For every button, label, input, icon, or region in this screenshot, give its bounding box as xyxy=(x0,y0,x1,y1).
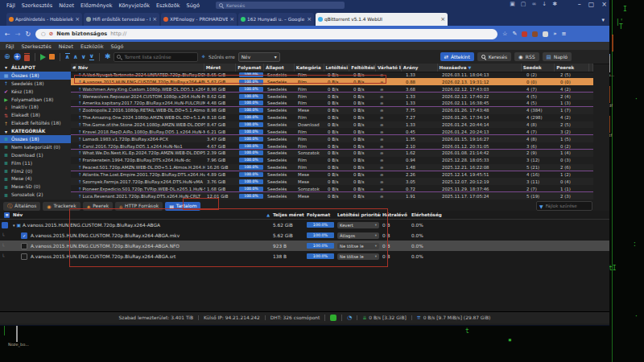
column-header[interactable]: Név▲ xyxy=(11,212,271,217)
qbt-menu-item[interactable]: Súgó xyxy=(111,43,124,49)
minimize-button[interactable]: – xyxy=(578,1,581,8)
file-checkbox[interactable] xyxy=(2,222,8,228)
file-checkbox[interactable]: ✓ xyxy=(21,232,27,239)
address-field[interactable]: ○ ⊘ Nem biztonságos http:// xyxy=(35,29,497,39)
sidebar-item[interactable]: ≣Film (11) xyxy=(0,159,71,167)
browser-menu-item[interactable]: Eszközök xyxy=(153,2,184,9)
sidebar-item[interactable]: ↓Inaktív (18) xyxy=(0,103,71,111)
torrent-filter-input[interactable]: Torrent lista szűrése xyxy=(114,52,198,62)
torrent-row[interactable]: ↑Peaced.S01.720p.AMZN.WEB-DL.DD+5.1.Atmo… xyxy=(71,164,593,171)
file-checkbox[interactable] xyxy=(21,253,27,260)
vpn-icon[interactable]: ∞ xyxy=(531,1,536,7)
browser-menu-item[interactable]: Fájl xyxy=(3,2,19,9)
close-button[interactable]: × xyxy=(601,1,607,8)
tab-close-icon[interactable]: × xyxy=(75,16,80,23)
desktop-icon[interactable]: Noze_bo... xyxy=(8,326,26,347)
bookmark-star-icon[interactable]: ☆ xyxy=(502,31,507,37)
sidebar-item[interactable]: ≣Mese (4) xyxy=(0,175,71,183)
torrent-row[interactable]: ↑Luca.Revenant.2021.720p.BluRay.DTS.x264… xyxy=(71,192,593,200)
priority-select[interactable]: Átlagos▾ xyxy=(337,232,379,239)
tab-close-icon[interactable]: × xyxy=(440,16,445,23)
browser-tab[interactable]: Apróhirdetés - Hobbielektronik× xyxy=(6,13,82,26)
menu-icon[interactable]: ≡ xyxy=(562,31,567,37)
priority-select[interactable]: Kevert▾ xyxy=(337,222,379,228)
browser-search[interactable]: Keresés xyxy=(216,2,345,9)
panel-tab-trackers[interactable]: ◉Trackerek xyxy=(43,202,80,211)
tab-close-icon[interactable]: × xyxy=(229,16,234,23)
column-header[interactable]: Letöltési sebe... xyxy=(324,64,350,72)
torrent-row[interactable]: ↑Pioneer.Expedicio.S01.720p.TVRip.WEB-DL… xyxy=(71,185,593,192)
torrent-row[interactable]: ↑Watchmen.Amy.King.Custom.1080p.WEB-DL.D… xyxy=(71,85,593,93)
column-header[interactable]: Méret xyxy=(204,64,237,72)
sidebar-item[interactable]: ≣Összes (18) xyxy=(0,135,71,143)
qbt-menu-item[interactable]: Nézet xyxy=(59,43,73,49)
options-gear-icon[interactable]: ✱ xyxy=(105,53,111,60)
pocket-icon[interactable]: ▣ xyxy=(510,1,515,7)
overflow-icon[interactable]: » xyxy=(553,31,556,37)
torrent-row[interactable]: ↑Atlantis.The.Lost.Empire.2001.720p.BluR… xyxy=(71,171,593,179)
resume-icon[interactable] xyxy=(40,54,46,60)
tab-close-icon[interactable]: × xyxy=(152,16,157,23)
filter-scope-icon[interactable]: ⌖ xyxy=(201,53,205,61)
sidebar-item[interactable]: ≣Sorozatok (2) xyxy=(0,191,71,199)
column-header[interactable]: Letöltési prioritás xyxy=(336,212,381,217)
column-header[interactable]: Állapot xyxy=(264,64,295,72)
sidebar-section-header[interactable]: ▾KATEGÓRIÁK xyxy=(0,127,71,135)
file-row[interactable]: └A.vanoss.2015.HUN.ENG.CUSTOM.720p.BluRa… xyxy=(0,251,609,261)
sidebar-item[interactable]: ≣Download (1) xyxy=(0,151,71,159)
move-down-icon[interactable]: ∨ xyxy=(81,54,86,60)
back-icon[interactable]: ← xyxy=(5,31,10,38)
torrent-row[interactable]: ↑Carol.2016.720p.BluRay.DD5.1.x264.HuN-N… xyxy=(71,142,593,150)
alt-speed-toggle[interactable]: ◔ xyxy=(341,315,357,321)
panel-tab-info[interactable]: ⓘÁltalános xyxy=(3,202,40,211)
forward-icon[interactable]: → xyxy=(15,31,21,38)
browser-menu-item[interactable]: Szerkesztés xyxy=(19,2,56,9)
browser-menu-item[interactable]: Súgó xyxy=(184,2,203,9)
adblock-icon[interactable] xyxy=(522,31,527,37)
container-icon[interactable]: ▢ xyxy=(521,1,526,7)
column-header[interactable]: Peerek xyxy=(555,64,589,72)
toolbar-button-keresés[interactable]: Keresés xyxy=(477,52,511,61)
tab-close-icon[interactable]: × xyxy=(307,16,312,23)
torrent-row[interactable]: ↑A.Vad.Nyugat.Tortenete.2024.UNRATED.720… xyxy=(71,72,593,79)
qbt-menu-item[interactable]: Fájl xyxy=(6,43,14,49)
sidebar-item[interactable]: ↑Seedelés (18) xyxy=(0,80,71,88)
torrent-row[interactable]: ↑Lamadi.1983.v1.720p.BluRay.x264-PCX3.47… xyxy=(71,135,593,142)
sidebar-item[interactable]: ⇅Elakadt (18) xyxy=(0,111,71,119)
toolbar-button-napló[interactable]: ▤Napló xyxy=(543,52,572,61)
site-info-icon[interactable]: ○ xyxy=(41,31,46,37)
toolbar-button-rss[interactable]: ◉RSS xyxy=(514,52,539,61)
file-filter-input[interactable]: ▼ Fájlok szűrése xyxy=(536,201,592,211)
extension-badge2-icon[interactable] xyxy=(543,31,548,37)
browser-menu-item[interactable]: Nézet xyxy=(56,2,77,9)
list-tabs-icon[interactable]: ▾ xyxy=(601,17,605,23)
toolbar-button-áttekint[interactable]: ⇄Áttekint xyxy=(440,52,474,61)
pause-icon[interactable] xyxy=(49,54,55,60)
qbt-menu-item[interactable]: Eszközök xyxy=(80,43,104,49)
torrent-row[interactable]: ↑Amerika.kapitany.2017.720p.BluRay.x264.… xyxy=(71,100,593,107)
torrent-row[interactable]: ↑Werewolves.Reposzar.2024.CUSTOM.1080p.x… xyxy=(71,93,593,100)
sidebar-item[interactable]: ≣Nem kategorizált (0) xyxy=(0,143,71,151)
tools-icon[interactable]: ✱ xyxy=(552,1,557,7)
torrent-row[interactable]: ↑Szornyek.Farmja.2017.720p.BluRay.x264.D… xyxy=(71,178,593,185)
column-header[interactable]: Név xyxy=(76,64,204,72)
sidebar-item[interactable]: ≣Film2 (0) xyxy=(0,167,71,175)
column-header[interactable]: Arány xyxy=(402,64,438,72)
qbt-menu-item[interactable]: Szerkesztés xyxy=(21,43,51,49)
column-header[interactable]: Folyamat xyxy=(305,212,336,217)
add-torrent-file-icon[interactable]: + xyxy=(14,53,21,60)
column-header[interactable]: Hátralévő xyxy=(381,212,410,217)
browser-menu-item[interactable]: Könyvjelzők xyxy=(115,2,153,9)
file-row[interactable]: └✓A.vanoss.2015.HUN.ENG.CUSTOM.720p.BluR… xyxy=(0,230,609,241)
sidebar-item[interactable]: ↑Elakadt feltöltés (18) xyxy=(0,119,71,127)
browser-tab[interactable]: 162 Hunyadi u. – Google Térkép× xyxy=(238,13,314,26)
column-header[interactable]: Elérhetőség xyxy=(410,212,442,217)
column-header[interactable]: Seedek xyxy=(522,64,555,72)
file-row[interactable]: ▾▣A.vanoss.2015.HUN.ENG.CUSTOM.720p.BluR… xyxy=(0,220,609,230)
torrent-row[interactable]: ↑What.We.Do.Next.KL.Ep.2024.720p.AMZN.WE… xyxy=(71,150,593,157)
browser-tab[interactable]: Hifi erősítők tervezése - Hobbi× xyxy=(84,13,159,26)
select-all-checkbox[interactable]: ≡ xyxy=(0,212,11,218)
torrent-row[interactable]: ↑Zootropolis.2.2016.1080p.RETAIL.WEB-DL.… xyxy=(71,107,593,114)
file-row[interactable]: └A.vanoss.2015.HUN.ENG.CUSTOM.720p.BluRa… xyxy=(0,241,609,251)
edit-icon[interactable]: ✎ xyxy=(512,31,517,37)
